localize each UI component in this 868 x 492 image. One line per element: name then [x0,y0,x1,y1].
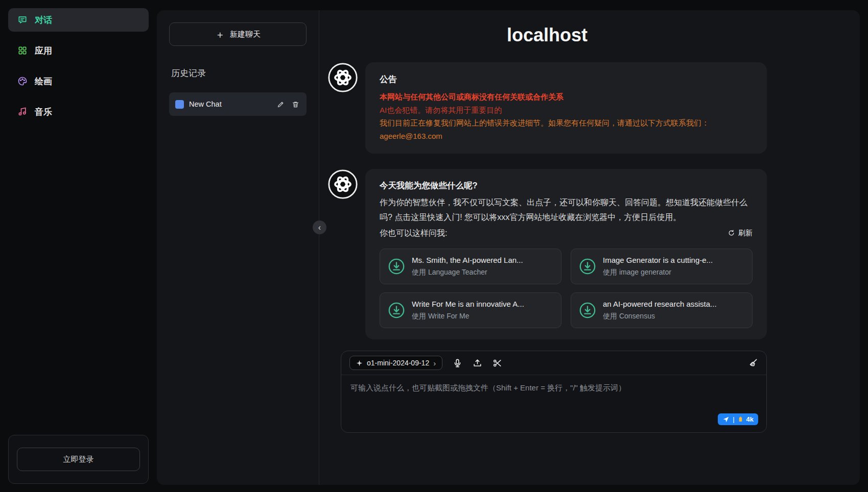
contact-email-link[interactable]: ageerle@163.com [380,130,442,143]
refresh-icon [728,229,735,237]
welcome-title: 今天我能为您做些什么呢? [380,180,753,191]
new-chat-label: 新建聊天 [230,30,261,39]
sidebar: 对话 应用 绘画 [0,0,157,492]
ask-row: 你也可以这样问我: 刷新 [380,226,753,241]
import-circle-icon [579,302,596,319]
delete-chat-button[interactable] [291,100,300,109]
sparkle-icon [356,360,363,366]
page-title: localhost [327,24,767,46]
chevron-left-icon: ‹ [318,223,321,232]
welcome-bubble: 今天我能为您做些什么呢? 作为你的智慧伙伴，我不仅可以写文案、出点子，还可以和你… [365,169,767,339]
music-note-icon [17,107,28,117]
announcement-bubble: 公告 本网站与任何其他公司或商标没有任何关联或合作关系 AI也会犯错。请勿将其用… [365,62,767,154]
sidebar-item-drawing[interactable]: 绘画 [8,69,149,93]
suggestion-grid: Ms. Smith, the AI-powered Lan... 使用 Lang… [380,249,753,328]
sidebar-item-label: 对话 [35,14,52,26]
suggestion-title: Ms. Smith, the AI-powered Lan... [412,256,523,264]
refresh-label: 刷新 [738,229,753,238]
chat-bubble-icon [17,15,28,25]
clear-context-button[interactable] [748,358,758,368]
main-chat-column: localhost 公告 本网站与任何其他公司或商标没有任何关联 [319,10,860,485]
suggestion-title: Write For Me is an innovative A... [412,300,524,308]
import-circle-icon [388,258,405,275]
sidebar-item-label: 绘画 [35,76,52,87]
trash-icon [292,101,299,108]
login-panel: 立即登录 [8,435,149,484]
suggestion-texts: an AI-powered research assista... 使用 Con… [603,300,717,321]
chat-list-item[interactable]: New Chat [169,92,307,116]
scissors-icon [492,358,502,368]
sidebar-item-label: 音乐 [35,106,52,118]
model-label: o1-mini-2024-09-12 [367,359,429,367]
suggestion-texts: Write For Me is an innovative A... 使用 Wr… [412,300,524,321]
ask-line: 你也可以这样问我: [380,226,447,241]
suggestion-card[interactable]: Image Generator is a cutting-e... 使用 ima… [571,249,753,284]
sidebar-item-music[interactable]: 音乐 [8,100,149,124]
welcome-message: 今天我能为您做些什么呢? 作为你的智慧伙伴，我不仅可以写文案、出点子，还可以和你… [327,169,767,339]
apps-grid-icon [17,45,28,56]
sidebar-item-apps[interactable]: 应用 [8,39,149,62]
message-input[interactable] [341,375,766,430]
chevron-right-icon: › [433,359,436,367]
microphone-icon [453,358,462,368]
broom-icon [748,358,758,368]
import-circle-icon [579,258,596,275]
login-button[interactable]: 立即登录 [17,448,140,471]
collapse-sidebar-button[interactable]: ‹ [313,220,326,234]
sidebar-item-chat[interactable]: 对话 [8,8,149,32]
composer-toolbar: o1-mini-2024-09-12 › [341,351,766,375]
welcome-body: 作为你的智慧伙伴，我不仅可以写文案、出点子，还可以和你聊天、回答问题。想知道我还… [380,195,753,225]
refresh-suggestions-button[interactable]: 刷新 [728,229,753,238]
suggestion-subtitle: 使用 Consensus [603,312,717,321]
history-title: 历史记录 [171,67,307,79]
model-selector[interactable]: o1-mini-2024-09-12 › [349,356,442,370]
composer: o1-mini-2024-09-12 › [341,351,767,433]
upload-icon [473,358,482,368]
announcement-title: 公告 [380,73,753,85]
chat-item-color-square [175,100,184,109]
edit-chat-button[interactable] [276,100,286,109]
token-count-label: 4k [746,415,754,423]
plus-icon: ＋ [215,30,225,39]
composer-body: | 4k [341,375,766,432]
sidebar-item-label: 应用 [35,45,52,57]
suggestion-card[interactable]: Ms. Smith, the AI-powered Lan... 使用 Lang… [380,249,561,284]
pencil-icon [277,101,285,108]
suggestion-subtitle: 使用 Write For Me [412,312,524,321]
suggestion-title: an AI-powered research assista... [603,300,717,308]
battery-icon [738,416,743,423]
chat-item-title: New Chat [189,100,271,108]
send-plane-icon [722,416,730,423]
suggestion-texts: Ms. Smith, the AI-powered Lan... 使用 Lang… [412,256,523,277]
announcement-line-2: AI也会犯错。请勿将其用于重要目的 [380,104,753,117]
palette-icon [17,76,28,86]
suggestion-subtitle: 使用 Language Teacher [412,268,523,277]
workspace-panel: ＋ 新建聊天 历史记录 New Chat [157,10,860,485]
app-root: 对话 应用 绘画 [0,0,868,492]
voice-input-button[interactable] [453,358,462,368]
sidebar-spacer [8,131,149,435]
announcement-line-1: 本网站与任何其他公司或商标没有任何关联或合作关系 [380,90,753,104]
suggestion-title: Image Generator is a cutting-e... [603,256,713,264]
announcement-line-3: 我们目前正在修复我们网站上的错误并改进细节。如果您有任何疑问，请通过以下方式联系… [380,116,753,130]
suggestion-subtitle: 使用 image generator [603,268,713,277]
suggestion-texts: Image Generator is a cutting-e... 使用 ima… [603,256,713,277]
upload-file-button[interactable] [473,358,482,368]
assistant-avatar-openai-icon [327,169,358,202]
announcement-message: 公告 本网站与任何其他公司或商标没有任何关联或合作关系 AI也会犯错。请勿将其用… [327,62,767,154]
import-circle-icon [388,302,405,319]
screenshot-button[interactable] [492,358,502,368]
send-divider: | [733,415,734,423]
new-chat-button[interactable]: ＋ 新建聊天 [169,22,307,46]
assistant-avatar-openai-icon [327,62,358,95]
suggestion-card[interactable]: Write For Me is an innovative A... 使用 Wr… [380,292,561,328]
chat-list-column: ＋ 新建聊天 历史记录 New Chat [157,10,319,485]
send-button[interactable]: | 4k [718,413,758,425]
suggestion-card[interactable]: an AI-powered research assista... 使用 Con… [571,292,753,328]
